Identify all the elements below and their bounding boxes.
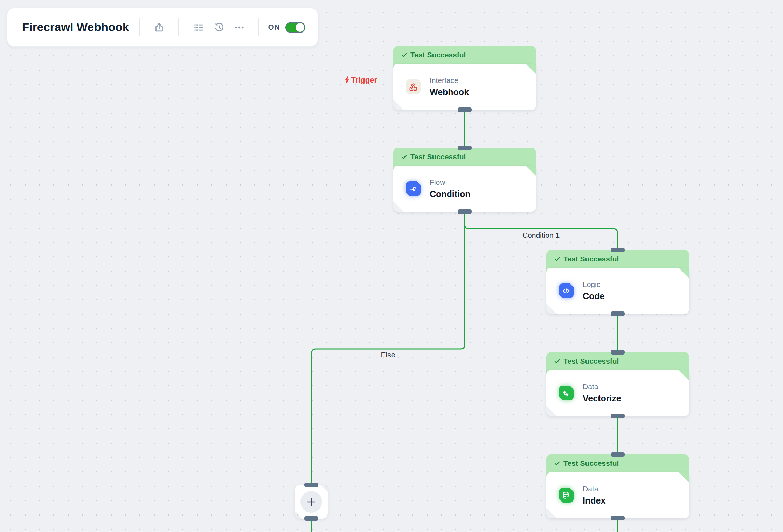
node-card[interactable]: Data Index xyxy=(546,472,689,518)
check-icon xyxy=(554,358,560,364)
node-category: Data xyxy=(583,485,605,493)
output-handle[interactable] xyxy=(458,209,472,214)
output-handle[interactable] xyxy=(458,107,472,112)
trigger-label-text: Trigger xyxy=(351,76,377,85)
list-view-button[interactable] xyxy=(189,18,208,37)
divider xyxy=(178,18,179,36)
node-category: Data xyxy=(583,383,621,391)
check-icon xyxy=(554,256,560,262)
node-category: Logic xyxy=(583,280,605,289)
add-step-button[interactable] xyxy=(295,485,328,519)
status-text: Test Successful xyxy=(410,50,466,59)
more-icon xyxy=(234,22,245,33)
input-handle[interactable] xyxy=(611,452,625,457)
check-icon xyxy=(554,460,560,467)
input-handle[interactable] xyxy=(304,483,318,487)
workflow-title[interactable]: Firecrawl Webhook xyxy=(22,21,129,34)
list-icon xyxy=(193,22,204,33)
workflow-canvas[interactable]: Trigger Condition 1 Else Test Successful… xyxy=(0,0,783,532)
more-options-button[interactable] xyxy=(230,18,249,37)
vector-axes-icon xyxy=(559,386,574,400)
output-handle[interactable] xyxy=(611,414,625,418)
node-title: Index xyxy=(583,496,605,506)
output-handle[interactable] xyxy=(611,312,625,316)
plus-icon xyxy=(305,496,317,508)
node-category: Flow xyxy=(430,178,471,187)
divider xyxy=(139,18,140,36)
check-icon xyxy=(401,154,407,160)
node-condition[interactable]: Test Successful Flow Condition xyxy=(393,148,536,212)
output-handle[interactable] xyxy=(304,516,318,521)
toggle-state-label: ON xyxy=(268,23,280,32)
check-icon xyxy=(401,52,407,58)
status-text: Test Successful xyxy=(410,152,466,161)
node-card[interactable]: Flow Condition xyxy=(393,166,536,212)
node-title: Webhook xyxy=(430,87,469,97)
history-icon xyxy=(214,22,224,33)
divider xyxy=(258,18,259,36)
node-title: Condition xyxy=(430,189,471,199)
node-code[interactable]: Test Successful Logic Code xyxy=(546,250,689,314)
input-handle[interactable] xyxy=(611,350,625,355)
status-text: Test Successful xyxy=(563,459,619,468)
branch-label-condition-1: Condition 1 xyxy=(522,231,560,239)
workflow-enabled-toggle[interactable] xyxy=(285,22,305,33)
node-index[interactable]: Test Successful Data Index xyxy=(546,454,689,518)
database-bolt-icon xyxy=(559,488,574,503)
node-category: Interface xyxy=(430,76,469,85)
node-card[interactable]: Data Vectorize xyxy=(546,370,689,416)
input-handle[interactable] xyxy=(611,248,625,252)
node-title: Code xyxy=(583,291,605,301)
node-vectorize[interactable]: Test Successful Data Vectorize xyxy=(546,352,689,416)
webhook-icon xyxy=(406,79,421,94)
add-step-node[interactable] xyxy=(295,485,328,519)
node-title: Vectorize xyxy=(583,393,621,404)
plus-circle xyxy=(300,491,322,513)
share-icon xyxy=(154,22,165,33)
share-button[interactable] xyxy=(150,18,168,37)
status-text: Test Successful xyxy=(563,254,619,264)
node-card[interactable]: Interface Webhook xyxy=(393,64,536,110)
status-text: Test Successful xyxy=(563,357,619,366)
lightning-bolt-icon xyxy=(344,76,350,84)
history-button[interactable] xyxy=(209,18,228,37)
node-card[interactable]: Logic Code xyxy=(546,268,689,314)
input-handle[interactable] xyxy=(458,146,472,150)
node-webhook[interactable]: Test Successful Interface Webhook xyxy=(393,46,536,110)
branch-label-else: Else xyxy=(381,351,395,359)
code-icon xyxy=(559,284,574,298)
trigger-annotation: Trigger xyxy=(315,75,377,85)
split-icon xyxy=(406,181,421,196)
toggle-knob xyxy=(296,23,304,32)
output-handle[interactable] xyxy=(611,516,625,520)
workflow-header: Firecrawl Webhook xyxy=(7,8,318,47)
